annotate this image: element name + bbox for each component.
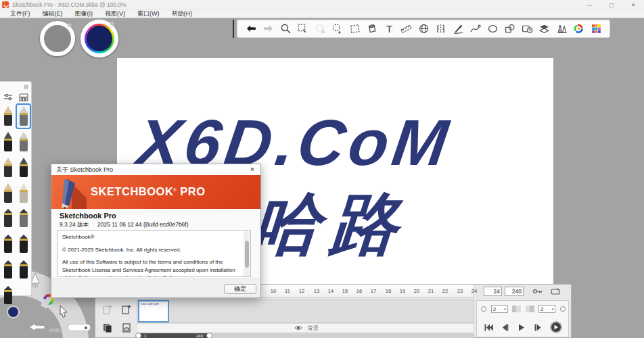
ruler-icon[interactable] [400,22,413,36]
onion-before-icon[interactable] [512,306,521,312]
menu-edit[interactable]: 编辑(E) [37,9,69,18]
canvas-text-line2: 哈路 [250,186,410,262]
deselect-icon[interactable] [313,22,327,36]
menu-image[interactable]: 图像(I) [69,9,99,18]
brush-settings-icon[interactable] [3,93,13,101]
add-frame-after-icon[interactable] [121,304,132,314]
dialog-close-button[interactable]: ✕ [244,164,260,175]
onion-before-dropdown[interactable]: 2▾ [491,305,508,313]
go-to-start-icon[interactable] [484,324,493,331]
lagoon-undo-icon[interactable] [28,322,46,332]
brush-felt-marker[interactable] [0,232,16,258]
fill-icon[interactable] [365,22,379,36]
color-wheel-icon[interactable] [572,22,586,36]
timeline-scroll-thumb[interactable]: 1 240 [136,333,212,338]
color-puck-handle[interactable] [110,22,114,26]
color-palette-icon[interactable] [589,22,603,36]
onion-skin-controls: 2▾ 2▾ [477,305,570,313]
undo-icon[interactable] [244,22,258,36]
stylus-icon[interactable] [451,22,465,36]
brush-flat-marker[interactable] [0,206,16,232]
symmetry-icon[interactable] [434,22,448,36]
play-animation-button[interactable] [550,321,562,333]
brush-ballpoint-pen[interactable] [0,129,16,155]
palette-header[interactable] [0,82,31,91]
cursor-icon [58,305,69,318]
range-start-handle[interactable] [135,333,141,338]
timeline-scrollbar[interactable]: 1 240 [136,333,474,338]
menu-window[interactable]: 窗口(W) [131,9,166,18]
brush-puck-handle[interactable] [68,23,72,27]
perspective-icon[interactable] [417,22,430,36]
license-textbox[interactable]: Sketchbook® © 2021-2025 Sketchbook, Inc.… [58,230,251,277]
ruler-number: 21 [424,288,438,294]
main-toolbar: T [237,20,610,38]
loop-icon[interactable] [550,287,561,296]
license-line: Sketchbook® [62,233,241,241]
license-scroll-thumb[interactable] [245,241,249,268]
redo-icon[interactable] [262,22,275,36]
import-image-icon[interactable] [520,22,534,36]
brush-eraser[interactable] [16,103,31,129]
menu-file[interactable]: 文件(F) [4,9,37,18]
brush-colorless-pencil[interactable] [16,180,31,206]
brush-airbrush[interactable] [16,129,31,155]
brush-paintbrush[interactable] [0,180,16,206]
range-end-handle[interactable] [206,333,212,338]
onion-before-radio[interactable] [481,306,486,312]
maximize-button[interactable]: ▢ [601,0,622,9]
shapes-icon[interactable] [503,22,517,36]
onion-after-dropdown[interactable]: 2▾ [538,305,555,313]
ruler-number: 16 [352,288,366,294]
duplicate-frame-icon[interactable] [102,322,113,333]
caret-down-icon: ▾ [504,307,506,311]
curve-icon[interactable] [469,22,482,36]
brush-round-marker[interactable] [16,232,31,258]
menu-view[interactable]: 视图(V) [99,9,131,18]
layers-icon[interactable] [538,22,551,36]
current-frame-input[interactable] [484,287,502,296]
ruler-number: 13 [310,288,323,294]
brush-fountain-pen[interactable] [0,155,16,180]
ok-button[interactable]: 确定 [224,284,256,294]
play-icon[interactable] [517,324,526,331]
close-button[interactable]: ✕ [622,0,644,9]
dialog-banner: SKETCHBOOK® PRO [51,175,260,209]
select-icon[interactable] [296,22,310,36]
lagoon-slider[interactable] [68,324,91,331]
ellipse-icon[interactable] [486,22,499,36]
add-frame-before-icon[interactable] [102,304,113,314]
license-scrollbar[interactable] [244,231,250,277]
brush-small-marker[interactable] [0,258,16,283]
total-frames-input[interactable] [505,287,524,296]
version-label: 9.3.24 版本 [60,221,89,229]
palette-handle-icon[interactable] [24,84,28,89]
frame-1-thumbnail[interactable]: X6D.CoM 哈路 [138,300,169,322]
brush-library-icon[interactable] [555,22,568,36]
next-frame-icon[interactable] [534,324,543,331]
text-tool-icon[interactable]: T [382,22,396,36]
visibility-eye-icon[interactable] [294,324,302,331]
brush-stub-marker[interactable] [0,283,16,309]
keyframe-icon[interactable] [532,287,543,296]
dialog-title-bar[interactable]: 关于 Sketchbook Pro ✕ [51,164,260,175]
transform-icon[interactable] [348,22,361,36]
previous-frame-icon[interactable] [501,324,509,331]
brush-chisel-tip-marker[interactable] [16,206,31,232]
zoom-icon[interactable] [279,22,292,36]
onion-after-icon[interactable] [526,306,534,312]
menu-help[interactable]: 帮助(H) [166,9,199,18]
brush-broad-marker[interactable] [16,258,31,283]
add-selection-icon[interactable] [331,22,344,36]
dialog-body: Sketchbook Pro 9.3.24 版本 2025 11 06 12 4… [51,209,260,279]
onion-after-radio[interactable] [560,306,566,312]
clear-frame-icon[interactable] [121,322,132,333]
background-layer-row[interactable]: 背景 [137,323,474,333]
dialog-title: 关于 Sketchbook Pro [56,166,113,174]
brush-sketch-pencil[interactable] [0,103,16,129]
lagoon-redo-icon[interactable] [49,327,62,334]
frame-track[interactable]: X6D.CoM 哈路 [137,299,474,323]
minimize-button[interactable]: — [579,0,601,9]
brush-bullet-marker[interactable] [16,155,31,180]
brush-sets-icon[interactable] [19,93,28,101]
